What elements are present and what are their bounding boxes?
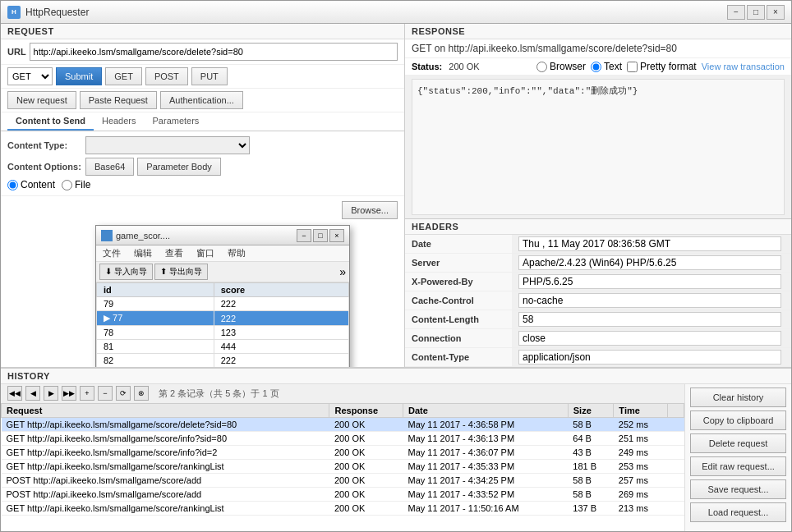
header-name: Content-Type xyxy=(405,348,512,367)
tab-content-to-send[interactable]: Content to Send xyxy=(7,112,94,131)
history-date: May 11 2017 - 4:33:52 PM xyxy=(403,488,568,502)
history-row[interactable]: POST http://api.ikeeko.lsm/smallgame/sco… xyxy=(2,488,684,502)
authentication-button[interactable]: Authentication... xyxy=(160,91,243,109)
col-date: Date xyxy=(403,404,568,418)
tab-parameters[interactable]: Parameters xyxy=(145,112,208,131)
db-import-btn[interactable]: ⬇ 导入向导 xyxy=(99,264,153,280)
text-radio[interactable]: Text xyxy=(591,61,622,72)
db-resize-icon[interactable]: » xyxy=(339,265,346,278)
history-response: 200 OK xyxy=(329,432,403,446)
history-response: 200 OK xyxy=(329,474,403,488)
db-row[interactable]: ▶ 77222 xyxy=(97,311,349,326)
get-button[interactable]: GET xyxy=(105,67,142,85)
save-request-button[interactable]: Save request... xyxy=(690,479,786,499)
db-restore-button[interactable]: □ xyxy=(313,229,328,242)
history-row[interactable]: GET http://api.ikeeko.lsm/smallgame/scor… xyxy=(2,460,684,474)
history-next-btn[interactable]: ▶ xyxy=(44,386,58,401)
history-section-header: History xyxy=(1,369,791,384)
db-row[interactable]: 79222 xyxy=(97,297,349,311)
edit-raw-request-button[interactable]: Edit raw request... xyxy=(690,456,786,476)
load-request-button[interactable]: Load request... xyxy=(690,502,786,522)
db-row[interactable]: 82222 xyxy=(97,354,349,368)
header-value: close xyxy=(512,329,791,348)
header-name: Date xyxy=(405,235,512,254)
db-score: 222 xyxy=(214,311,348,326)
pretty-radio[interactable]: Pretty format xyxy=(627,61,697,72)
db-menu-help[interactable]: 帮助 xyxy=(221,245,252,261)
history-response: 200 OK xyxy=(329,488,403,502)
history-add-btn[interactable]: + xyxy=(80,386,94,401)
db-id: ▶ 77 xyxy=(97,311,214,326)
delete-request-button[interactable]: Delete request xyxy=(690,433,786,453)
db-menu-file[interactable]: 文件 xyxy=(96,245,127,261)
content-options-row: Content Options: Base64 Parameter Body xyxy=(7,158,398,176)
history-refresh-btn[interactable]: ⟳ xyxy=(116,386,131,401)
db-row[interactable]: 81444 xyxy=(97,340,349,354)
put-button[interactable]: PUT xyxy=(191,67,228,85)
history-last-btn[interactable]: ▶▶ xyxy=(62,386,76,401)
tab-headers[interactable]: Headers xyxy=(94,112,145,131)
new-request-button[interactable]: New request xyxy=(7,91,76,109)
maximize-button[interactable]: □ xyxy=(747,5,765,20)
content-type-select[interactable] xyxy=(85,136,250,154)
content-radio[interactable]: Content xyxy=(7,179,55,190)
history-row[interactable]: POST http://api.ikeeko.lsm/smallgame/sco… xyxy=(2,474,684,488)
history-request: POST http://api.ikeeko.lsm/smallgame/sco… xyxy=(2,488,329,502)
col-time: Time xyxy=(614,404,668,418)
history-remove-btn[interactable]: − xyxy=(98,386,113,401)
db-export-btn[interactable]: ⬆ 导出向导 xyxy=(154,264,208,280)
history-response: 200 OK xyxy=(329,418,403,432)
db-menu-edit[interactable]: 编辑 xyxy=(127,245,159,261)
url-input[interactable] xyxy=(30,43,398,61)
status-row: Status: 200 OK Browser Text Pretty forma… xyxy=(405,58,791,76)
db-row[interactable]: 78123 xyxy=(97,326,349,340)
db-title-text: game_scor.... xyxy=(116,231,297,241)
url-row: URL xyxy=(1,39,404,65)
history-date: May 11 2017 - 4:34:25 PM xyxy=(403,474,568,488)
db-col-score[interactable]: score xyxy=(214,283,348,297)
header-name: Connection xyxy=(405,329,512,348)
history-time: 249 ms xyxy=(614,446,668,460)
history-first-btn[interactable]: ◀◀ xyxy=(7,386,22,401)
db-minimize-button[interactable]: − xyxy=(297,229,311,242)
db-table: id score 79222▶ 77222781238144482222 xyxy=(96,282,349,367)
db-close-button[interactable]: × xyxy=(329,229,344,242)
history-row[interactable]: GET http://api.ikeeko.lsm/smallgame/scor… xyxy=(2,418,684,432)
title-bar-left: H HttpRequester xyxy=(7,6,89,19)
db-id: 81 xyxy=(97,340,214,354)
copy-clipboard-button[interactable]: Copy to clipboard xyxy=(690,410,786,430)
history-row[interactable]: GET http://api.ikeeko.lsm/smallgame/scor… xyxy=(2,502,684,516)
paste-request-button[interactable]: Paste Request xyxy=(80,91,157,109)
request-section-header: Request xyxy=(1,24,404,39)
close-button[interactable]: × xyxy=(767,5,785,20)
db-id: 79 xyxy=(97,297,214,311)
submit-button[interactable]: Submit xyxy=(56,67,102,85)
header-name: X-Powered-By xyxy=(405,273,512,291)
history-request: GET http://api.ikeeko.lsm/smallgame/scor… xyxy=(2,460,329,474)
content-type-label: Content Type: xyxy=(7,140,85,150)
history-time: 252 ms xyxy=(614,418,668,432)
history-row[interactable]: GET http://api.ikeeko.lsm/smallgame/scor… xyxy=(2,446,684,460)
history-size: 181 B xyxy=(568,460,614,474)
history-time: 269 ms xyxy=(614,488,668,502)
db-menu-view[interactable]: 查看 xyxy=(159,245,190,261)
minimize-button[interactable]: − xyxy=(727,5,745,20)
parameter-body-button[interactable]: Parameter Body xyxy=(137,158,220,176)
db-id: 82 xyxy=(97,354,214,368)
post-button[interactable]: POST xyxy=(145,67,188,85)
db-col-id[interactable]: id xyxy=(97,283,214,297)
header-value: 58 xyxy=(512,310,791,329)
history-row[interactable]: GET http://api.ikeeko.lsm/smallgame/scor… xyxy=(2,432,684,446)
file-radio[interactable]: File xyxy=(62,179,90,190)
history-clear-nav-btn[interactable]: ⊗ xyxy=(134,386,149,401)
history-response: 200 OK xyxy=(329,460,403,474)
db-menu-window[interactable]: 窗口 xyxy=(190,245,221,261)
view-raw-link[interactable]: View raw transaction xyxy=(702,62,785,71)
browse-button[interactable]: Browse... xyxy=(342,201,398,219)
clear-history-button[interactable]: Clear history xyxy=(690,388,786,407)
base64-button[interactable]: Base64 xyxy=(85,158,134,176)
status-label: Status: xyxy=(412,62,442,71)
method-select[interactable]: GET POST PUT DELETE xyxy=(7,67,53,85)
browser-radio[interactable]: Browser xyxy=(536,61,586,72)
history-prev-btn[interactable]: ◀ xyxy=(25,386,40,401)
